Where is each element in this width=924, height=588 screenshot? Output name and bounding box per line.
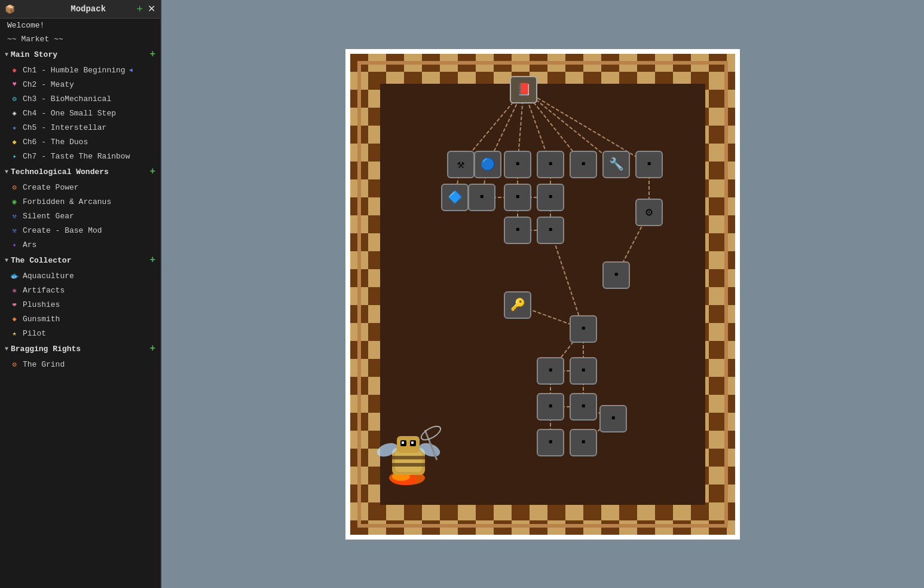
quest-node-n11[interactable]: ▪ xyxy=(537,184,564,211)
sidebar-item-create-base[interactable]: ⚒ Create - Base Mod xyxy=(2,223,160,237)
node-icon-n16: 🔑 xyxy=(510,297,525,312)
svg-rect-39 xyxy=(397,436,420,453)
forbidden-icon: ◉ xyxy=(10,197,19,206)
quest-board[interactable]: 📕⚒🔵▪▪▪🔧▪🔷▪▪▪⚙▪▪▪🔑▪▪▪▪▪▪▪▪ xyxy=(345,49,740,540)
modpack-icon: 📦 xyxy=(5,4,66,14)
section-main-story[interactable]: ▼ Main Story + xyxy=(0,46,160,63)
sidebar-item-forbidden[interactable]: ◉ Forbidden & Arcanus xyxy=(2,194,160,209)
quest-node-n9[interactable]: ▪ xyxy=(468,184,495,211)
quest-node-n8[interactable]: 🔷 xyxy=(441,184,469,211)
collector-items: 🐟 Aquaculture ❋ Artifacts ❤ Plushies ◆ G… xyxy=(0,269,160,340)
section-label: Main Story xyxy=(11,50,57,59)
main-story-items: ◆ Ch1 - Humble Beginning ◀ ♥ Ch2 - Meaty… xyxy=(0,63,160,163)
pilot-icon: ★ xyxy=(10,328,19,338)
sidebar-item-artifacts[interactable]: ❋ Artifacts xyxy=(2,283,160,297)
market-item[interactable]: ~~ Market ~~ xyxy=(0,32,160,46)
sidebar-item-silent-gear[interactable]: ⚒ Silent Gear xyxy=(2,209,160,223)
svg-rect-43 xyxy=(411,441,414,444)
quest-node-n3[interactable]: ▪ xyxy=(504,151,531,178)
sidebar-item-gunsmith[interactable]: ◆ Gunsmith xyxy=(2,312,160,326)
node-icon-n20: ▪ xyxy=(547,400,554,413)
section-add-btn[interactable]: + xyxy=(149,49,155,60)
quest-node-root[interactable]: 📕 xyxy=(510,76,537,103)
ch1-arrow: ◀ xyxy=(129,66,133,74)
sidebar-item-ars[interactable]: ✦ Ars xyxy=(2,237,160,252)
sidebar-item-ch7[interactable]: ✦ Ch7 - Taste The Rainbow xyxy=(2,149,160,163)
plushies-label: Plushies xyxy=(23,300,60,309)
sidebar-item-plushies[interactable]: ❤ Plushies xyxy=(2,297,160,312)
ch1-icon: ◆ xyxy=(10,65,19,75)
ch3-icon: ⚙ xyxy=(10,94,19,103)
node-icon-n19: ▪ xyxy=(580,364,587,377)
tech-add-btn[interactable]: + xyxy=(149,166,155,177)
sidebar-item-aquaculture[interactable]: 🐟 Aquaculture xyxy=(2,269,160,283)
quest-node-n17[interactable]: ▪ xyxy=(570,315,597,343)
collector-chevron-icon: ▼ xyxy=(5,257,8,264)
ch2-label: Ch2 - Meaty xyxy=(23,80,74,89)
sidebar-item-ch1[interactable]: ◆ Ch1 - Humble Beginning ◀ xyxy=(2,63,160,77)
ch7-icon: ✦ xyxy=(10,151,19,161)
quest-node-n5[interactable]: ▪ xyxy=(570,151,597,178)
node-icon-n10: ▪ xyxy=(514,190,521,204)
quest-node-n19[interactable]: ▪ xyxy=(570,357,597,385)
collector-section-label: The Collector xyxy=(11,256,71,265)
quest-node-n24[interactable]: ▪ xyxy=(570,429,597,456)
ch6-icon: ◆ xyxy=(10,137,19,147)
quest-node-n2[interactable]: 🔵 xyxy=(474,151,501,178)
close-button[interactable]: ✕ xyxy=(148,4,155,14)
sidebar-item-pilot[interactable]: ★ Pilot xyxy=(2,326,160,340)
quest-node-n7[interactable]: ▪ xyxy=(635,151,663,178)
section-bragging[interactable]: ▼ Bragging Rights + xyxy=(0,340,160,357)
quest-node-n15[interactable]: ▪ xyxy=(602,261,630,289)
sidebar-item-ch5[interactable]: ★ Ch5 - Interstellar xyxy=(2,120,160,135)
gunsmith-label: Gunsmith xyxy=(23,315,60,324)
chevron-icon: ▼ xyxy=(5,51,8,58)
quest-node-n22[interactable]: ▪ xyxy=(599,405,627,432)
bragging-chevron-icon: ▼ xyxy=(5,346,8,352)
add-button[interactable]: + xyxy=(137,4,143,14)
plushies-icon: ❤ xyxy=(10,300,19,309)
quest-node-n23[interactable]: ▪ xyxy=(537,429,564,456)
quest-node-n18[interactable]: ▪ xyxy=(537,357,564,385)
ch3-label: Ch3 - BioMechanical xyxy=(23,95,111,103)
silent-gear-icon: ⚒ xyxy=(10,211,19,221)
ch4-icon: ◈ xyxy=(10,108,19,118)
artifacts-label: Artifacts xyxy=(23,286,65,295)
sidebar-item-ch3[interactable]: ⚙ Ch3 - BioMechanical xyxy=(2,92,160,106)
bragging-items: ⚙ The Grind xyxy=(0,357,160,371)
create-power-label: Create Power xyxy=(23,183,79,192)
character-svg xyxy=(374,415,452,487)
ch1-label: Ch1 - Humble Beginning xyxy=(23,66,126,75)
quest-node-n20[interactable]: ▪ xyxy=(537,393,564,421)
tech-items: ⚙ Create Power ◉ Forbidden & Arcanus ⚒ S… xyxy=(0,180,160,252)
svg-rect-36 xyxy=(392,463,425,467)
section-tech[interactable]: ▼ Technological Wonders + xyxy=(0,163,160,180)
quest-node-n1[interactable]: ⚒ xyxy=(447,151,475,178)
bragging-add-btn[interactable]: + xyxy=(149,343,155,354)
node-icon-root: 📕 xyxy=(516,82,531,97)
svg-rect-34 xyxy=(395,451,422,472)
section-collector[interactable]: ▼ The Collector + xyxy=(0,252,160,269)
node-icon-n22: ▪ xyxy=(610,412,617,425)
sidebar-item-ch6[interactable]: ◆ Ch6 - The Duos xyxy=(2,135,160,149)
quest-node-n13[interactable]: ▪ xyxy=(504,217,531,244)
welcome-item[interactable]: Welcome! xyxy=(0,19,160,32)
collector-add-btn[interactable]: + xyxy=(149,255,155,266)
node-icon-n2: 🔵 xyxy=(481,157,495,172)
quest-node-n4[interactable]: ▪ xyxy=(537,151,564,178)
sidebar-item-grind[interactable]: ⚙ The Grind xyxy=(2,357,160,371)
quest-node-n14[interactable]: ▪ xyxy=(537,217,564,244)
quest-node-n10[interactable]: ▪ xyxy=(504,184,531,211)
sidebar-item-ch2[interactable]: ♥ Ch2 - Meaty xyxy=(2,77,160,92)
ch2-icon: ♥ xyxy=(10,80,19,89)
sidebar: 📦 Modpack + ✕ Welcome! ~~ Market ~~ ▼ Ma… xyxy=(0,0,161,588)
quest-node-n12[interactable]: ⚙ xyxy=(635,199,663,226)
node-icon-n4: ▪ xyxy=(547,157,554,171)
quest-node-n16[interactable]: 🔑 xyxy=(504,291,531,319)
sidebar-item-ch4[interactable]: ◈ Ch4 - One Small Step xyxy=(2,106,160,120)
quest-node-n21[interactable]: ▪ xyxy=(570,393,597,421)
sidebar-item-create-power[interactable]: ⚙ Create Power xyxy=(2,180,160,194)
quest-node-n6[interactable]: 🔧 xyxy=(602,151,630,178)
ch5-label: Ch5 - Interstellar xyxy=(23,123,106,132)
quest-board-inner: 📕⚒🔵▪▪▪🔧▪🔷▪▪▪⚙▪▪▪🔑▪▪▪▪▪▪▪▪ xyxy=(350,54,735,535)
